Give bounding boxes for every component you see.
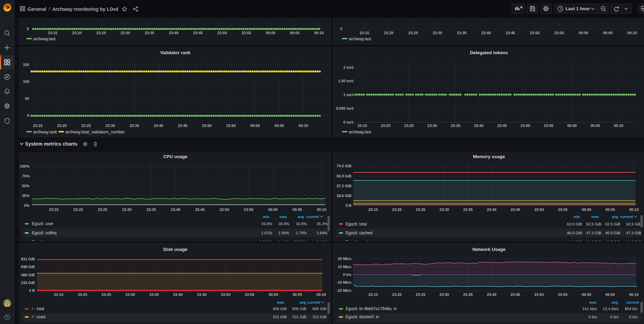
svg-text:23:35: 23:35 [463, 208, 473, 212]
svg-text:23:15: 23:15 [360, 31, 369, 35]
svg-text:233 GiB: 233 GiB [21, 281, 35, 285]
svg-text:0: 0 [340, 27, 342, 31]
svg-text:0 b/s: 0 b/s [343, 273, 351, 277]
svg-text:23:20: 23:20 [73, 208, 83, 212]
svg-text:23:15: 23:15 [33, 124, 43, 128]
svg-text:23:30: 23:30 [125, 293, 135, 297]
svg-text:Network Usage: Network Usage [472, 247, 506, 252]
svg-text:23:15: 23:15 [368, 208, 378, 212]
svg-text:00:05: 00:05 [290, 31, 299, 35]
svg-text:23:25: 23:25 [96, 31, 106, 35]
svg-text:23:35: 23:35 [145, 31, 154, 35]
svg-text:avg: avg [298, 215, 304, 219]
svg-text:47.3 GiB: 47.3 GiB [586, 231, 601, 235]
svg-text:Delegated tokens: Delegated tokens [470, 50, 508, 55]
svg-text:23:55: 23:55 [554, 31, 564, 35]
svg-text:max: max [592, 215, 599, 219]
svg-text:1.44%: 1.44% [278, 240, 289, 241]
svg-text:905 GiB: 905 GiB [273, 307, 287, 311]
svg-text:16.6%: 16.6% [296, 222, 307, 226]
svg-text:62.5 GiB: 62.5 GiB [626, 222, 641, 226]
svg-text:10 Mb/s: 10 Mb/s [338, 265, 351, 269]
svg-text:00:10: 00:10 [629, 293, 639, 297]
svg-text:min: min [573, 215, 580, 219]
svg-text:23:40: 23:40 [173, 293, 183, 297]
svg-text:current: current [307, 300, 320, 304]
svg-text:23:35: 23:35 [463, 293, 473, 297]
svg-text:23:50: 23:50 [521, 124, 530, 128]
svg-text:0: 0 [27, 113, 29, 117]
svg-text:2 torii: 2 torii [343, 65, 353, 69]
svg-text:23:30: 23:30 [433, 31, 442, 35]
svg-text:current: current [626, 300, 639, 304]
svg-text:max: max [589, 300, 597, 304]
svg-text:00:00: 00:00 [266, 31, 275, 35]
svg-text:62.5 GiB: 62.5 GiB [605, 222, 620, 226]
svg-text:current: current [620, 215, 633, 219]
svg-text:00:10: 00:10 [314, 31, 324, 35]
svg-text:23:35: 23:35 [130, 124, 139, 128]
svg-text:23:50: 23:50 [534, 293, 544, 297]
svg-text:23:55: 23:55 [244, 208, 253, 212]
svg-text:23:25: 23:25 [102, 293, 111, 297]
svg-text:00:05: 00:05 [293, 208, 302, 212]
svg-text:23:55: 23:55 [226, 124, 236, 128]
svg-text:23:35: 23:35 [457, 31, 467, 35]
svg-text:150: 150 [23, 63, 29, 67]
svg-text:15.0%: 15.0% [261, 222, 272, 226]
svg-text:44.6 GiB: 44.6 GiB [567, 240, 582, 241]
svg-text:23:25: 23:25 [408, 31, 418, 35]
svg-text:Egozit: used: Egozit: used [346, 240, 368, 241]
svg-text:0.41%: 0.41% [316, 240, 327, 241]
svg-text:23:30: 23:30 [439, 208, 449, 212]
svg-text:0 torii: 0 torii [343, 120, 353, 124]
svg-text:46.6 GiB: 46.6 GiB [567, 231, 582, 235]
svg-text:44.8 GiB: 44.8 GiB [586, 240, 601, 241]
svg-text:archway.last: archway.last [33, 37, 56, 41]
svg-text:00:05: 00:05 [603, 31, 613, 35]
svg-text:Egozit: system: Egozit: system [32, 240, 58, 241]
svg-text:23:20: 23:20 [392, 293, 402, 297]
svg-text:46.9 GiB: 46.9 GiB [605, 231, 620, 235]
svg-text:23:55: 23:55 [241, 31, 251, 35]
svg-text:00:10: 00:10 [614, 124, 623, 128]
svg-text:23:20: 23:20 [381, 124, 390, 128]
svg-text:25%: 25% [22, 194, 29, 198]
svg-text:23:40: 23:40 [474, 124, 484, 128]
svg-text:23:50: 23:50 [534, 208, 544, 212]
svg-text:141 kb/s: 141 kb/s [582, 307, 597, 311]
svg-text:00:00: 00:00 [579, 31, 588, 35]
svg-text:23:15: 23:15 [368, 293, 378, 297]
svg-text:00:00: 00:00 [567, 124, 577, 128]
svg-text:00:00: 00:00 [268, 208, 278, 212]
svg-text:50%: 50% [22, 184, 29, 188]
svg-text:12.4 kb/s: 12.4 kb/s [603, 307, 619, 311]
svg-text:Egozit: br-9bb87e17946a: in: Egozit: br-9bb87e17946a: in [346, 306, 397, 311]
svg-text:23:30: 23:30 [427, 124, 437, 128]
svg-text:23:40: 23:40 [487, 208, 496, 212]
svg-text:00:10: 00:10 [627, 31, 637, 35]
svg-text:1.79%: 1.79% [296, 231, 307, 235]
svg-text:100%: 100% [20, 164, 29, 168]
svg-text:Egozit: softirq: Egozit: softirq [32, 231, 57, 235]
svg-text:Egozit: user: Egozit: user [32, 221, 53, 226]
svg-text:511 GiB: 511 GiB [273, 315, 287, 319]
svg-text:0 B: 0 B [346, 203, 351, 208]
svg-text:00:10: 00:10 [317, 208, 326, 212]
svg-text:20 Mb/s: 20 Mb/s [338, 257, 351, 261]
svg-text:23:50: 23:50 [202, 124, 212, 128]
svg-text:/ - used: / - used [32, 315, 45, 319]
svg-text:0%: 0% [24, 203, 29, 208]
svg-text:CPU usage: CPU usage [163, 154, 188, 159]
svg-text:23:20: 23:20 [57, 124, 67, 128]
svg-text:44.8 GiB: 44.8 GiB [626, 240, 641, 241]
svg-text:23:25: 23:25 [404, 124, 414, 128]
svg-text:23:30: 23:30 [122, 208, 132, 212]
svg-text:-10 Mb/s: -10 Mb/s [337, 280, 351, 284]
svg-text:0.500 torii: 0.500 torii [336, 106, 353, 110]
svg-text:1 torii: 1 torii [343, 93, 353, 97]
svg-text:1.99%: 1.99% [278, 231, 289, 235]
svg-text:Memory usage: Memory usage [473, 154, 505, 159]
svg-text:avg: avg [611, 300, 618, 304]
svg-text:55.9 GiB: 55.9 GiB [337, 174, 351, 178]
